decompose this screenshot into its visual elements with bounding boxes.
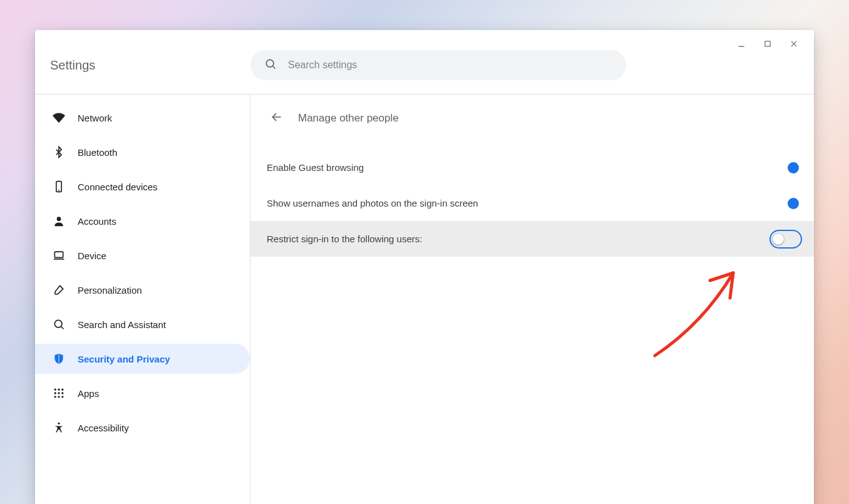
search-icon (51, 317, 66, 332)
wifi-icon (51, 110, 66, 125)
sidebar-item-label: Apps (78, 388, 99, 399)
toggle-restrict-signin[interactable] (774, 234, 798, 244)
svg-point-4 (266, 59, 274, 67)
window-controls (735, 38, 800, 50)
arrow-left-icon (270, 111, 283, 126)
close-button[interactable] (788, 38, 800, 50)
setting-label: Show usernames and photos on the sign-in… (267, 198, 478, 208)
sidebar-item-personalization[interactable]: Personalization (35, 275, 250, 305)
svg-point-11 (54, 320, 62, 327)
maximize-button[interactable] (761, 38, 774, 50)
minimize-button[interactable] (735, 38, 748, 50)
svg-point-15 (61, 389, 63, 391)
toggle-guest-browsing[interactable] (774, 163, 798, 173)
svg-line-12 (61, 327, 64, 329)
accessibility-icon (51, 420, 66, 435)
sidebar-item-label: Search and Assistant (78, 319, 166, 330)
svg-point-18 (61, 392, 63, 394)
sidebar-item-security-privacy[interactable]: Security and Privacy (35, 344, 250, 374)
laptop-icon (51, 248, 66, 263)
search-field[interactable] (250, 50, 626, 80)
sidebar-item-label: Bluetooth (78, 147, 117, 158)
search-input[interactable] (288, 59, 619, 71)
svg-point-20 (58, 396, 59, 398)
svg-line-5 (273, 66, 275, 69)
sidebar: Network Bluetooth Connected devices Acco… (35, 95, 250, 504)
setting-label: Restrict sign-in to the following users: (267, 234, 422, 244)
shield-icon (51, 351, 66, 366)
sidebar-item-label: Network (78, 113, 112, 123)
back-button[interactable] (265, 107, 288, 130)
sidebar-item-label: Accessibility (78, 423, 129, 433)
svg-point-13 (54, 389, 56, 391)
sidebar-item-label: Connected devices (78, 182, 158, 192)
header: Settings (35, 30, 814, 95)
svg-point-16 (54, 392, 56, 394)
app-window: Settings Network Bluetooth (35, 30, 814, 504)
setting-guest-browsing: Enable Guest browsing (250, 150, 814, 185)
svg-rect-1 (765, 41, 770, 46)
person-icon (51, 213, 66, 229)
sidebar-item-label: Personalization (78, 285, 142, 296)
setting-label: Enable Guest browsing (267, 162, 364, 173)
toggle-show-usernames[interactable] (774, 198, 798, 208)
svg-point-17 (58, 392, 59, 394)
page-title-row: Manage other people (250, 95, 814, 150)
sidebar-item-connected-devices[interactable]: Connected devices (35, 172, 250, 202)
sidebar-item-accounts[interactable]: Accounts (35, 206, 250, 236)
sidebar-item-network[interactable]: Network (35, 103, 250, 133)
apps-icon (51, 386, 66, 401)
svg-point-22 (58, 423, 59, 424)
svg-point-8 (57, 217, 61, 221)
sidebar-item-device[interactable]: Device (35, 240, 250, 270)
main-panel: Manage other people Enable Guest browsin… (250, 95, 814, 504)
setting-restrict-signin: Restrict sign-in to the following users: (250, 221, 814, 257)
setting-show-usernames: Show usernames and photos on the sign-in… (250, 185, 814, 221)
sidebar-item-label: Device (78, 250, 106, 261)
sidebar-item-label: Accounts (78, 216, 116, 227)
svg-point-21 (61, 396, 63, 398)
sidebar-item-accessibility[interactable]: Accessibility (35, 413, 250, 443)
sidebar-item-label: Security and Privacy (78, 354, 170, 364)
body: Network Bluetooth Connected devices Acco… (35, 95, 814, 504)
svg-point-14 (58, 389, 59, 391)
svg-rect-9 (54, 252, 63, 257)
sidebar-item-search-assistant[interactable]: Search and Assistant (35, 309, 250, 339)
svg-point-19 (54, 396, 56, 398)
bluetooth-icon (51, 145, 66, 160)
brush-icon (51, 282, 66, 297)
app-title: Settings (50, 58, 250, 73)
page-title: Manage other people (298, 112, 399, 125)
sidebar-item-apps[interactable]: Apps (35, 378, 250, 408)
sidebar-item-bluetooth[interactable]: Bluetooth (35, 137, 250, 167)
search-icon (264, 58, 277, 73)
phone-icon (51, 179, 66, 194)
